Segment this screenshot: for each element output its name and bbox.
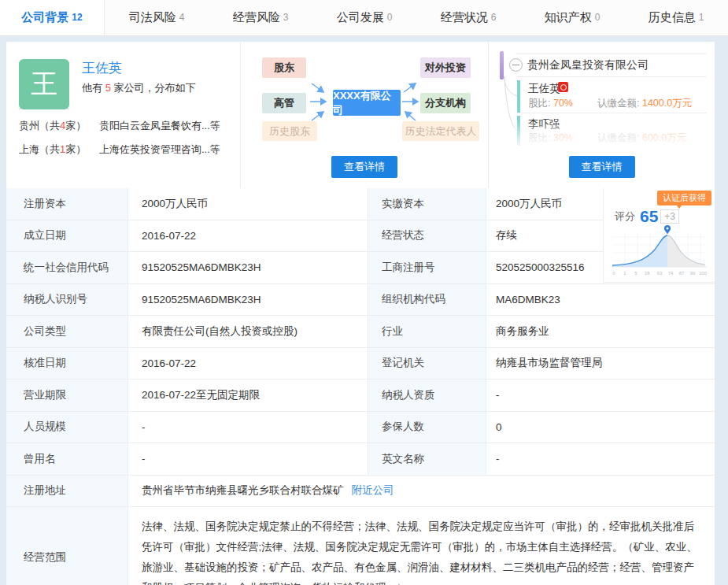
tab-judicial-risk[interactable]: 司法风险 4	[105, 0, 209, 35]
tab-company-development[interactable]: 公司发展 0	[312, 0, 416, 35]
field-label: 注册资本	[6, 188, 128, 220]
field-label: 实缴资本	[368, 188, 486, 220]
tab-label: 公司背景	[21, 10, 68, 25]
content-panel: 王 王佐英 他有 5 家公司，分布如下 贵州（共4家） 贵阳白云金凤皇餐饮有..…	[6, 42, 715, 585]
equity-view-details-button[interactable]: 查看详情	[569, 156, 635, 178]
field-label: 纳税人识别号	[6, 284, 128, 316]
field-value: 有限责任公司(自然人投资或控股)	[128, 316, 368, 347]
svg-text:5: 5	[634, 271, 637, 276]
svg-text:1: 1	[623, 271, 626, 276]
graph-node-history-legal-rep[interactable]: 历史法定代表人	[402, 121, 479, 141]
field-value: 2000万人民币	[128, 188, 368, 220]
score-value: 65	[640, 207, 658, 226]
graph-node-outbound-investment[interactable]: 对外投资	[420, 57, 471, 78]
tab-label: 经营状况	[441, 10, 488, 25]
graph-node-company-center[interactable]: XXXX有限公司	[333, 90, 401, 116]
graph-node-executive[interactable]: 高管	[262, 93, 306, 113]
tab-label: 知识产权	[545, 10, 592, 25]
field-value: 商务服务业	[486, 316, 715, 347]
collapse-minus-icon[interactable]	[509, 58, 523, 72]
field-value: -	[486, 380, 715, 411]
field-label: 核准日期	[6, 348, 128, 380]
field-value: 91520525MA6DMBK23H	[128, 252, 368, 283]
list-item: 上海（共1家） 上海佐英投资管理咨询...等	[19, 138, 234, 161]
tab-intellectual-property[interactable]: 知识产权 0	[520, 0, 624, 35]
actual-controller-badge-icon	[558, 82, 568, 92]
tab-count-badge: 1	[699, 12, 704, 23]
graph-view-details-button[interactable]: 查看详情	[331, 156, 397, 178]
field-value: MA6DMBK23	[486, 284, 715, 316]
shareholder-name[interactable]: 王佐英	[528, 82, 560, 96]
score-label: 评分	[615, 209, 635, 224]
registered-address: 贵州省毕节市纳雍县曙光乡联合村联合煤矿	[142, 483, 344, 498]
list-item: 贵州（共4家） 贵阳白云金凤皇餐饮有...等	[19, 114, 234, 138]
field-label: 经营状态	[368, 220, 486, 252]
region-companies[interactable]: 贵阳白云金凤皇餐饮有...等	[99, 119, 234, 133]
tab-count-badge: 6	[491, 12, 497, 23]
field-value: -	[128, 443, 368, 475]
table-row: 营业期限 2016-07-22至无固定期限 纳税人资质 -	[6, 380, 715, 412]
svg-text:87: 87	[679, 271, 685, 276]
section-tabbar: 公司背景 12 司法风险 4 经营风险 3 公司发展 0 经营状况 6 知识产权…	[0, 0, 728, 36]
svg-text:74: 74	[668, 271, 674, 276]
boss-summary-card: 王 王佐英 他有 5 家公司，分布如下 贵州（共4家） 贵阳白云金凤皇餐饮有..…	[6, 42, 241, 188]
equity-company-name[interactable]: 贵州金凤皇投资有限公司	[527, 58, 649, 72]
nearby-companies-link[interactable]: 附近公司	[352, 483, 394, 498]
boss-company-summary: 他有 5 家公司，分布如下	[82, 81, 195, 95]
score-distribution-chart: 0 1 5 18 63 74 87 99 100	[608, 224, 710, 281]
region-companies[interactable]: 上海佐英投资管理咨询...等	[99, 143, 234, 157]
graph-node-branch[interactable]: 分支机构	[420, 93, 471, 113]
field-label: 参保人数	[368, 412, 486, 443]
shareholder-level-bar	[517, 80, 520, 113]
field-value: -	[128, 412, 368, 443]
shareholder-level-bar	[517, 116, 520, 146]
tab-count-badge: 0	[387, 12, 393, 23]
certify-promo-badge[interactable]: 认证后获得	[657, 191, 711, 205]
summary-suffix: 家公司，分布如下	[111, 82, 196, 94]
svg-text:0: 0	[612, 271, 615, 276]
tab-operation-risk[interactable]: 经营风险 3	[209, 0, 312, 35]
field-label: 注册地址	[6, 476, 128, 507]
relationship-graph-card: 股东 高管 历史股东 XXXX有限公司 对外投资 分支机构 历史法定代表人 查看…	[241, 42, 489, 188]
field-label: 组织机构代码	[368, 284, 486, 316]
page-background: 王 王佐英 他有 5 家公司，分布如下 贵州（共4家） 贵阳白云金凤皇餐饮有..…	[0, 36, 728, 585]
table-row: 核准日期 2016-07-22 登记机关 纳雍县市场监督管理局	[6, 348, 715, 380]
company-level-bar	[500, 51, 504, 80]
field-label: 营业期限	[6, 380, 128, 411]
table-row-business-scope: 经营范围 法律、法规、国务院决定规定禁止的不得经营；法律、法规、国务院决定规定应…	[6, 507, 715, 585]
graph-node-shareholder[interactable]: 股东	[262, 57, 306, 78]
field-label: 曾用名	[6, 443, 128, 475]
tab-operation-status[interactable]: 经营状况 6	[416, 0, 520, 35]
field-label: 英文名称	[368, 443, 486, 475]
business-scope-text: 法律、法规、国务院决定规定禁止的不得经营；法律、法规、国务院决定规定应当许可（审…	[128, 507, 715, 585]
region-label: 上海（共1家）	[19, 143, 99, 157]
field-value: 2016-07-22	[128, 220, 368, 252]
field-value: 纳雍县市场监督管理局	[486, 348, 715, 380]
equity-structure-card: 贵州金凤皇投资有限公司 王佐英 股比: 70% 认缴金额: 1400.0万元 李…	[489, 42, 715, 188]
tab-label: 公司发展	[337, 10, 384, 25]
divider	[516, 76, 707, 77]
field-value: 2016-07-22	[128, 348, 368, 380]
field-value: 91520525MA6DMBK23H	[128, 284, 368, 316]
field-value: 0	[486, 412, 715, 443]
field-label: 纳税人资质	[368, 380, 486, 411]
region-distribution-list: 贵州（共4家） 贵阳白云金凤皇餐饮有...等 上海（共1家） 上海佐英投资管理咨…	[19, 114, 234, 161]
tab-count-badge: 4	[179, 12, 185, 23]
tab-company-background[interactable]: 公司背景 12	[0, 0, 105, 35]
svg-text:63: 63	[657, 271, 663, 276]
table-row: 纳税人识别号 91520525MA6DMBK23H 组织机构代码 MA6DMBK…	[6, 284, 715, 317]
shareholder-detail: 股比: 30% 认缴金额: 600.0万元	[528, 131, 686, 145]
tab-history-info[interactable]: 历史信息 1	[624, 0, 728, 35]
svg-text:100: 100	[699, 271, 708, 276]
field-value: -	[486, 443, 715, 475]
shareholder-name[interactable]: 李吓强	[528, 117, 560, 131]
boss-name-link[interactable]: 王佐英	[82, 59, 122, 77]
graph-node-history-shareholder[interactable]: 历史股东	[262, 121, 317, 141]
avatar: 王	[19, 59, 69, 109]
field-label: 统一社会信用代码	[6, 252, 128, 283]
tab-label: 历史信息	[649, 10, 696, 25]
table-row: 公司类型 有限责任公司(自然人投资或控股) 行业 商务服务业	[6, 316, 715, 348]
summary-prefix: 他有	[82, 82, 105, 94]
score-axis-labels: 0 1 5 18 63 74 87 99 100	[612, 271, 707, 276]
tab-label: 司法风险	[129, 10, 176, 25]
